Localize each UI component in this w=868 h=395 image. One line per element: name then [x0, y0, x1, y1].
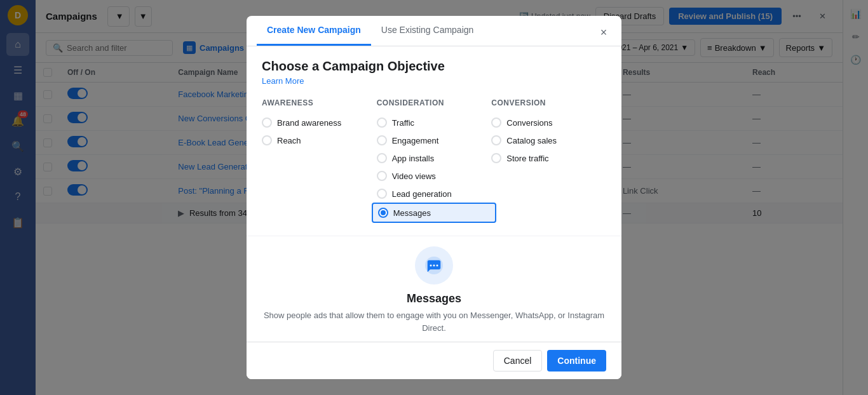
consideration-category-label: Consideration [377, 96, 492, 107]
conversion-category-label: Conversion [491, 96, 606, 107]
radio-lead-generation[interactable] [377, 189, 387, 199]
engagement-label: Engagement [392, 136, 439, 145]
radio-app-installs[interactable] [377, 153, 387, 163]
svg-point-2 [433, 265, 435, 267]
radio-catalog-sales[interactable] [491, 135, 501, 145]
messages-icon-circle [415, 246, 453, 285]
objective-traffic[interactable]: Traffic [377, 114, 492, 131]
objective-catalog-sales[interactable]: Catalog sales [491, 131, 606, 149]
objective-conversions[interactable]: Conversions [491, 114, 606, 131]
objective-engagement[interactable]: Engagement [377, 131, 492, 149]
cancel-button[interactable]: Cancel [493, 350, 543, 372]
tab-create-new[interactable]: Create New Campaign [257, 16, 371, 46]
svg-point-3 [437, 265, 438, 267]
objective-brand-awareness[interactable]: Brand awareness [262, 114, 377, 131]
tab-use-existing[interactable]: Use Existing Campaign [371, 16, 484, 46]
video-views-label: Video views [392, 171, 436, 181]
objective-reach[interactable]: Reach [262, 131, 377, 149]
app-installs-label: App installs [392, 154, 434, 163]
radio-brand-awareness[interactable] [262, 117, 272, 128]
store-traffic-label: Store traffic [506, 154, 548, 163]
objective-messages[interactable]: Messages [372, 203, 497, 223]
radio-conversions[interactable] [491, 117, 501, 128]
messages-label: Messages [393, 208, 431, 218]
modal-footer: Cancel Continue [247, 342, 621, 379]
modal-body: Choose a Campaign Objective Learn More A… [247, 46, 621, 236]
radio-messages[interactable] [378, 208, 388, 218]
awareness-column: Awareness Brand awareness Reach [262, 96, 377, 223]
campaign-objective-modal: Create New Campaign Use Existing Campaig… [247, 16, 621, 379]
brand-awareness-label: Brand awareness [277, 118, 341, 128]
consideration-column: Consideration Traffic Engagement App ins… [377, 96, 492, 223]
catalog-sales-label: Catalog sales [506, 136, 557, 145]
radio-video-views[interactable] [377, 171, 387, 181]
learn-more-link[interactable]: Learn More [262, 76, 606, 86]
objective-app-installs[interactable]: App installs [377, 149, 492, 167]
awareness-category-label: Awareness [262, 96, 377, 107]
modal-tabs: Create New Campaign Use Existing Campaig… [247, 16, 621, 46]
objective-store-traffic[interactable]: Store traffic [491, 149, 606, 167]
radio-store-traffic[interactable] [491, 153, 501, 163]
lead-generation-label: Lead generation [392, 189, 452, 199]
modal-title: Choose a Campaign Objective [262, 59, 606, 74]
traffic-label: Traffic [392, 118, 414, 128]
continue-button[interactable]: Continue [547, 350, 606, 372]
conversion-column: Conversion Conversions Catalog sales Sto… [491, 96, 606, 223]
radio-traffic[interactable] [377, 117, 387, 128]
objective-lead-generation[interactable]: Lead generation [377, 185, 492, 203]
conversions-label: Conversions [506, 118, 552, 128]
svg-point-1 [430, 265, 432, 267]
messages-preview: Messages Show people ads that allow them… [247, 236, 621, 342]
messages-bubble-icon [424, 255, 444, 276]
modal-overlay: Create New Campaign Use Existing Campaig… [0, 0, 868, 395]
messages-preview-description: Show people ads that allow them to engag… [262, 309, 606, 334]
radio-reach[interactable] [262, 135, 272, 145]
modal-close-button[interactable]: × [596, 25, 611, 40]
objective-video-views[interactable]: Video views [377, 167, 492, 185]
radio-engagement[interactable] [377, 135, 387, 145]
messages-preview-title: Messages [407, 292, 461, 305]
reach-label: Reach [277, 136, 301, 145]
objectives-grid: Awareness Brand awareness Reach Consider… [262, 96, 606, 223]
